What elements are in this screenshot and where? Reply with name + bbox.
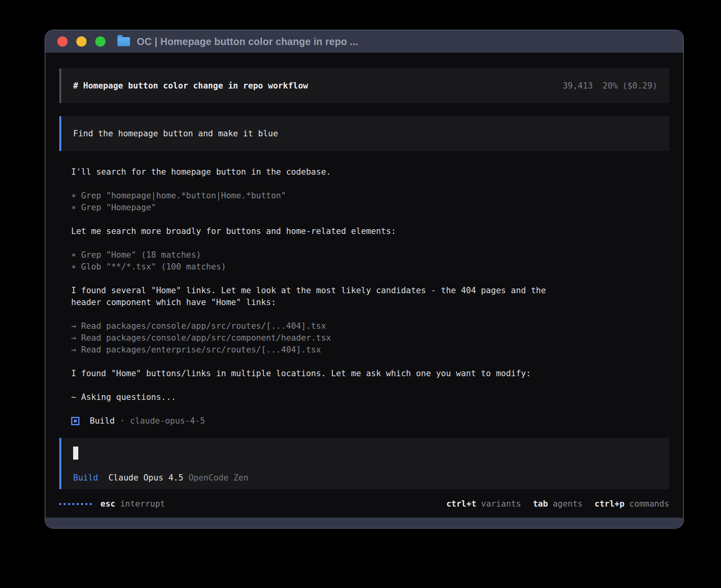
spinner-dot xyxy=(81,503,83,505)
shortcut-key: ctrl+t xyxy=(446,499,476,509)
assistant-text-paragraph: I found "Home" buttons/links in multiple… xyxy=(71,368,669,379)
assistant-text-paragraph: I'll search for the homepage button in t… xyxy=(71,166,669,178)
assistant-text-paragraph: ~ Asking questions... xyxy=(71,391,669,403)
agent-model: claude-opus-4-5 xyxy=(130,416,205,426)
status-bar: esc interrupt ctrl+tvariantstabagentsctr… xyxy=(59,498,669,510)
spinner-dot xyxy=(85,503,87,505)
agent-square-icon xyxy=(71,417,79,425)
keyboard-shortcut-hint: tabagents xyxy=(533,499,583,509)
terminal-window: OC | Homepage button color change in rep… xyxy=(45,30,684,529)
user-message: Find the homepage button and make it blu… xyxy=(59,116,669,151)
agent-name: Build xyxy=(90,416,115,426)
tool-call-line: → Read packages/console/app/src/routes/[… xyxy=(71,320,669,332)
spinner-dots xyxy=(59,503,92,505)
traffic-lights xyxy=(57,36,106,47)
assistant-transcript: I'll search for the homepage button in t… xyxy=(59,166,669,403)
assistant-text-paragraph: I found several "Home" links. Let me loo… xyxy=(71,285,669,308)
prompt-model-name: Claude Opus 4.5 xyxy=(108,473,183,483)
assistant-text-line: I found several "Home" links. Let me loo… xyxy=(71,285,669,296)
shortcut-label: variants xyxy=(481,499,521,509)
terminal-content: # Homepage button color change in repo w… xyxy=(45,53,683,518)
spinner-dot xyxy=(59,503,61,505)
tool-call-line: ∗ Glob "**/*.tsx" (100 matches) xyxy=(71,261,669,273)
tool-call-line: ∗ Grep "homepage|home.*button|Home.*butt… xyxy=(71,190,669,202)
tool-call-group: ∗ Grep "homepage|home.*button|Home.*butt… xyxy=(71,190,669,213)
minimize-window-button[interactable] xyxy=(76,36,87,47)
tool-call-group: → Read packages/console/app/src/routes/[… xyxy=(71,320,669,356)
assistant-text-paragraph: Let me search more broadly for buttons a… xyxy=(71,225,669,237)
session-cost: ($0.29) xyxy=(622,81,657,91)
status-bar-left: esc interrupt xyxy=(59,499,165,509)
shortcut-key: tab xyxy=(533,499,548,509)
assistant-text-line: header component which have "Home" links… xyxy=(71,296,669,308)
shortcut-key: ctrl+p xyxy=(595,499,625,509)
user-message-text: Find the homepage button and make it blu… xyxy=(73,129,278,138)
assistant-text-line: I'll search for the homepage button in t… xyxy=(71,166,669,178)
tool-call-line: → Read packages/console/app/src/componen… xyxy=(71,332,669,344)
text-cursor xyxy=(73,447,78,460)
tool-call-line: ∗ Grep "Homepage" xyxy=(71,202,669,213)
token-count: 39,413 xyxy=(563,81,593,91)
keyboard-shortcut-hint: ctrl+pcommands xyxy=(595,499,669,509)
window-title: OC | Homepage button color change in rep… xyxy=(137,36,358,47)
prompt-input[interactable]: Build Claude Opus 4.5 OpenCode Zen xyxy=(59,438,669,489)
prompt-meta: Build Claude Opus 4.5 OpenCode Zen xyxy=(73,473,657,483)
shortcut-label: commands xyxy=(629,499,669,509)
assistant-text-line: I found "Home" buttons/links in multiple… xyxy=(71,368,669,379)
spinner-dot xyxy=(72,503,74,505)
tool-call-group: ∗ Grep "Home" (18 matches)∗ Glob "**/*.t… xyxy=(71,249,669,273)
esc-key-label: interrupt xyxy=(120,499,165,509)
session-stats: 39,413 20% ($0.29) xyxy=(563,81,657,91)
prompt-agent-mode: Build xyxy=(73,473,98,483)
context-percent: 20% xyxy=(603,81,618,91)
session-title: # Homepage button color change in repo w… xyxy=(73,81,308,91)
prompt-provider: OpenCode Zen xyxy=(189,473,249,483)
status-bar-right: ctrl+tvariantstabagentsctrl+pcommands xyxy=(446,499,669,509)
spinner-dot xyxy=(68,503,70,505)
spinner-dot xyxy=(90,503,92,505)
session-header: # Homepage button color change in repo w… xyxy=(59,68,669,103)
window-bottom-bar xyxy=(45,518,683,528)
agent-status-line: Build · claude-opus-4-5 xyxy=(59,415,669,427)
keyboard-shortcut-hint: ctrl+tvariants xyxy=(446,499,521,509)
separator-dot: · xyxy=(120,416,125,426)
window-titlebar: OC | Homepage button color change in rep… xyxy=(45,30,683,53)
shortcut-label: agents xyxy=(553,499,583,509)
spinner-dot xyxy=(64,503,66,505)
spinner-dot xyxy=(77,503,79,505)
zoom-window-button[interactable] xyxy=(95,36,106,47)
close-window-button[interactable] xyxy=(57,36,68,47)
esc-key-hint: esc xyxy=(100,499,115,509)
tool-call-line: → Read packages/enterprise/src/routes/[.… xyxy=(71,344,669,356)
folder-icon xyxy=(117,37,130,46)
assistant-text-line: Let me search more broadly for buttons a… xyxy=(71,225,669,237)
tool-call-line: ∗ Grep "Home" (18 matches) xyxy=(71,249,669,261)
assistant-text-line: ~ Asking questions... xyxy=(71,391,669,403)
